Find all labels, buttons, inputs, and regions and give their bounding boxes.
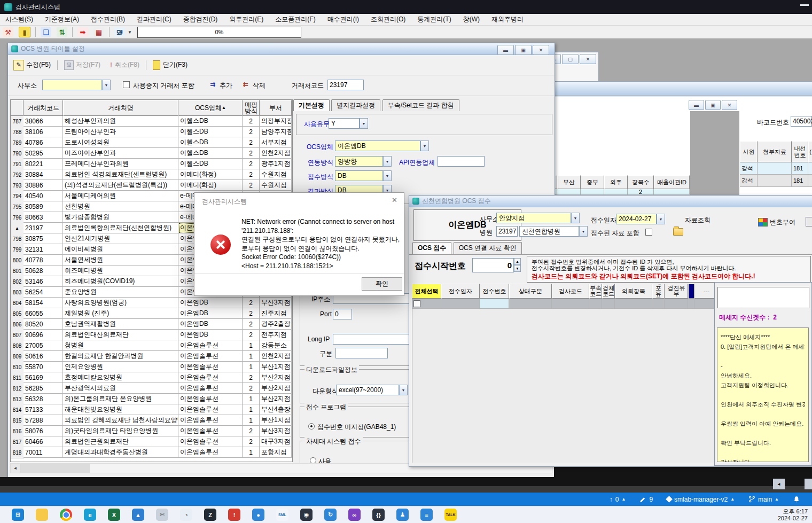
column-header-3[interactable]: 매핑방식 (243, 100, 260, 116)
table-row[interactable]: 78940786도로시여성의원이헬스DB2서부지점 (11, 137, 292, 148)
menu-item-5[interactable]: 외주관리(E) (229, 15, 263, 24)
minimize-button[interactable]: ▬ (497, 45, 514, 55)
table-row[interactable]: 79330886(의)석경의료재단(센트럴병원(특검))이메디(화정)2수원지점 (11, 180, 292, 191)
table-row[interactable]: 78738066해성산부인과의원이헬스DB2의정부지점 (11, 116, 292, 127)
taskbar-clock[interactable]: 오후 6:17 2024-02-27 (778, 508, 808, 522)
column-header-3[interactable]: 상태구분 (509, 284, 552, 299)
menu-item-11[interactable]: 재외주병리 (491, 15, 524, 24)
include-received-checkbox[interactable] (645, 229, 652, 236)
column-header-4[interactable]: 부서 (260, 100, 292, 116)
table-row[interactable]: 79180221프레메디산부인과의원이헬스DB2광주1지점 (11, 159, 292, 169)
column-header-2[interactable]: 접수번호 (480, 284, 509, 299)
snipping-icon[interactable]: ✄ (156, 509, 168, 521)
api-vendor-input[interactable] (438, 156, 485, 167)
port-input[interactable]: 0 (333, 309, 352, 319)
menu-item-4[interactable]: 종합검진(D) (183, 15, 218, 24)
table-row[interactable]: 81457133해운대한빛요양병원이온엠솔루션1부산4출장소 (11, 404, 292, 415)
warning-icon[interactable]: ! (228, 509, 240, 521)
menu-item-3[interactable]: 결과관리(C) (137, 15, 171, 24)
menu-item-9[interactable]: 통계관리(T) (417, 15, 451, 24)
office-combobox[interactable] (42, 80, 102, 90)
monitor-icon[interactable]: 🖳 (114, 27, 125, 37)
column-header-6[interactable]: 검체코드 (602, 284, 615, 299)
remove-button[interactable]: 삭제 (253, 81, 266, 90)
barcode-input[interactable]: 405002 (791, 116, 812, 127)
visual-studio-icon[interactable]: ∞ (348, 509, 361, 521)
hospital-dropdown-icon[interactable]: ▼ (579, 226, 588, 237)
use-dropdown-icon[interactable]: ▼ (360, 118, 368, 129)
add-button[interactable]: 추가 (220, 81, 232, 90)
sync-combobox[interactable]: 양방향 (335, 156, 383, 167)
maximize-button[interactable]: ▣ (515, 45, 532, 55)
column-header-10[interactable] (688, 284, 694, 299)
maximize-button[interactable]: ▣ (705, 100, 721, 110)
excel-icon[interactable]: X (108, 509, 120, 521)
client-code-input[interactable]: 23197 (327, 80, 364, 90)
branch-status[interactable]: main▲ (748, 496, 779, 503)
office-combobox[interactable]: 안양지점 (496, 213, 571, 223)
scroll-left-icon[interactable]: ◄ (11, 464, 20, 473)
menu-item-1[interactable]: 기준정보(A) (45, 15, 79, 24)
column-header-1[interactable]: 접수일자 (441, 284, 480, 299)
monitor-dropdown-icon[interactable]: ▼ (128, 30, 132, 35)
spin-down-icon[interactable]: ▼ (514, 265, 521, 272)
table-row[interactable]: 81156169호정메디칼요양병원이온엠솔루션2부산2지점 (11, 372, 292, 383)
edge-icon[interactable]: e (84, 509, 96, 521)
table-row[interactable]: 81760466의료법인근원의료재단이온엠솔루션2대구3지점 (11, 436, 292, 447)
cancel-button[interactable]: 취소(F8) (115, 60, 139, 69)
close-button[interactable]: ✕ (533, 45, 549, 55)
dev-icon[interactable]: Z (204, 509, 216, 521)
column-header-9[interactable]: 검진유무 (665, 284, 688, 299)
spin-up-icon[interactable]: ▲ (514, 258, 521, 265)
receive-dropdown-icon[interactable]: ▼ (383, 170, 392, 181)
sync-status[interactable]: ↑0▲ (610, 496, 626, 503)
select-all-checkbox[interactable] (413, 300, 420, 307)
table-row[interactable]: 80680520호남권역재활병원이온엠DB2광주2출장소 (11, 319, 292, 330)
mdi-scroll-left-icon[interactable]: ◄ (773, 479, 785, 489)
sync-icon[interactable]: ↻ (324, 509, 337, 521)
query-button[interactable]: 자료조회 (685, 216, 710, 225)
edit-status[interactable]: 9 (639, 496, 653, 503)
close-button[interactable]: ✕ (722, 100, 737, 110)
mdi-scroll-fragment[interactable] (805, 479, 812, 489)
maximize-button[interactable]: ▢ (562, 54, 579, 64)
chrome-icon[interactable] (60, 509, 72, 521)
table-row[interactable]: 79230884의료법인 석경의료재단(센트럴병원)이메디(화정)2수원지점 (11, 169, 292, 180)
start-number-input[interactable]: 0 (472, 258, 514, 272)
close-icon[interactable]: ✕ (392, 196, 397, 204)
table-row[interactable]: 80566055제일병원 (진주)이온엠DB2진주지점 (11, 308, 292, 319)
table-row[interactable]: 81658076의)굿타임의료재단 타임요양병원이온엠솔루션2부산3지점 (11, 426, 292, 436)
column-header-1[interactable]: 거래처명 (63, 100, 178, 116)
vendor-combobox[interactable]: 이온엠DB (335, 140, 420, 151)
table-row[interactable]: 81055870인제요양병원이온엠솔루션1부산1지점 (11, 362, 292, 372)
photos-icon[interactable]: ▲ (132, 509, 144, 521)
message-input-box[interactable] (717, 287, 809, 308)
close-button-label[interactable]: 닫기(F3) (163, 60, 188, 69)
start-icon[interactable]: ⊞ (12, 509, 24, 521)
menu-item-10[interactable]: 창(W) (463, 15, 480, 24)
profile-icon[interactable]: ♟ (396, 509, 409, 521)
office-dropdown-icon[interactable]: ▼ (571, 213, 580, 223)
vendor-dropdown-icon[interactable]: ▼ (420, 140, 429, 151)
copy-windows-icon[interactable]: ❏ (41, 27, 51, 37)
close-button[interactable]: ✕ (580, 54, 596, 64)
start-number-spinner[interactable]: ▲ ▼ (514, 258, 521, 272)
brackets-icon[interactable]: {} (372, 509, 385, 521)
scanner-icon[interactable]: ◉ (300, 509, 313, 521)
tab-ocs-link-check[interactable]: OCS 연결 자료 확인 (454, 242, 522, 254)
repo-status[interactable]: smlab-manager-v2▲ (667, 496, 735, 503)
edit-button[interactable]: 수정(F5) (26, 60, 51, 69)
column-header-5[interactable]: 부속코드 (589, 284, 602, 299)
chat-icon[interactable]: ● (252, 509, 264, 521)
table-row[interactable]: 81256285부산광역시의료원이온엠솔루션2부산2지점 (11, 383, 292, 394)
scrollbar-thumb[interactable] (20, 464, 90, 473)
receipt-date-combobox[interactable]: 2024-02-27 (616, 214, 657, 224)
column-header-0[interactable]: 전체선택 (412, 284, 441, 299)
notifications[interactable] (793, 496, 800, 503)
grid-doc-icon[interactable]: ▦ (93, 27, 104, 37)
menu-item-0[interactable]: 시스템(S) (5, 15, 33, 24)
minimize-button[interactable]: ▬ (689, 100, 704, 110)
sml-icon[interactable]: SML (276, 509, 288, 521)
tab-attachment-result[interactable]: 별지결과설정 (331, 99, 380, 111)
menu-item-8[interactable]: 조회관리(O) (371, 15, 405, 24)
